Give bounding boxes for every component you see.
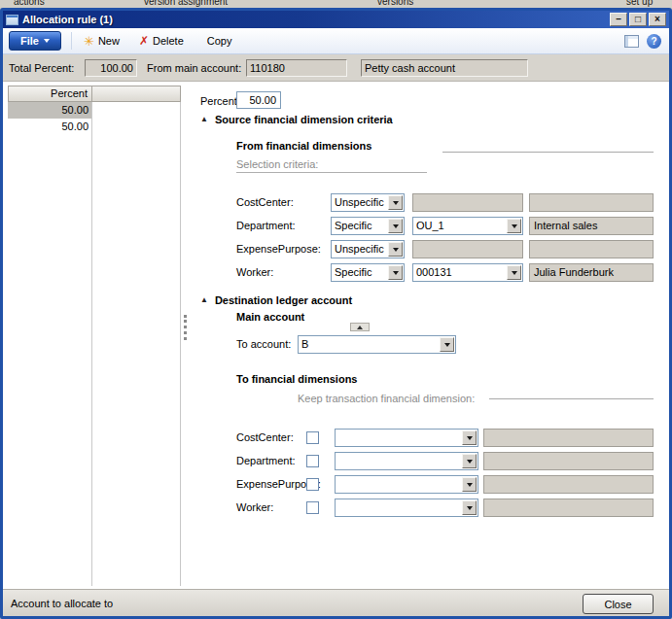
- main-area: Percent 50.00 50.00 Percent: 50.00 ▲ Sou…: [3, 82, 669, 589]
- total-percent-label: Total Percent:: [9, 62, 74, 74]
- keep-transaction-line: [489, 398, 654, 399]
- department-value-combo[interactable]: OU_1: [412, 217, 523, 235]
- file-menu-button[interactable]: File: [9, 31, 61, 51]
- chevron-down-icon: [44, 39, 50, 43]
- dropdown-arrow-icon[interactable]: [462, 454, 477, 468]
- destination-section-header[interactable]: ▲ Destination ledger account: [200, 294, 352, 306]
- dropdown-arrow-icon[interactable]: [388, 219, 403, 233]
- background-text-fragment: set up: [626, 0, 653, 7]
- scroll-up-button[interactable]: [350, 323, 370, 331]
- dropdown-arrow-glyph: [467, 436, 473, 440]
- background-text-fragment: versions: [377, 0, 413, 7]
- dropdown-arrow-glyph: [512, 224, 517, 228]
- dropdown-arrow-glyph: [444, 343, 450, 347]
- to-account-value: B: [301, 338, 439, 350]
- minimize-button[interactable]: –: [610, 13, 627, 26]
- dest-expensepurpose-description-disabled: [483, 475, 654, 494]
- costcenter-mode-select[interactable]: Unspecific: [331, 193, 405, 212]
- dropdown-arrow-icon[interactable]: [388, 265, 403, 280]
- delete-button[interactable]: ✗ Delete: [139, 35, 184, 47]
- collapse-triangle-icon: ▲: [200, 296, 208, 304]
- background-window-strip: actions version assignment versions set …: [0, 0, 672, 8]
- dest-expensepurpose-combo[interactable]: [335, 475, 478, 494]
- toolbar-separator: [71, 32, 72, 50]
- expensepurpose-description-field-disabled: [529, 240, 654, 258]
- dest-department-checkbox[interactable]: [306, 455, 319, 467]
- dest-worker-checkbox[interactable]: [306, 501, 319, 514]
- keep-transaction-label: Keep transaction financial dimension:: [298, 393, 475, 404]
- worker-mode-select[interactable]: Specific: [331, 263, 405, 282]
- status-bar: Account to allocate to Close: [3, 589, 669, 616]
- panel-splitter[interactable]: [184, 315, 187, 340]
- dropdown-arrow-glyph: [467, 506, 473, 510]
- percent-label: Percent:: [200, 95, 240, 107]
- expensepurpose-mode-value: Unspecific: [335, 243, 387, 255]
- dropdown-arrow-icon[interactable]: [440, 337, 454, 352]
- new-label: New: [98, 35, 120, 47]
- dest-costcenter-description-disabled: [483, 429, 654, 447]
- new-icon: ✳: [84, 35, 94, 48]
- costcenter-mode-value: Unspecific: [335, 196, 387, 208]
- grid-row-percent[interactable]: 50.00: [8, 119, 92, 135]
- dropdown-arrow-icon[interactable]: [462, 500, 477, 515]
- close-button[interactable]: Close: [583, 594, 654, 614]
- window-layout-icon[interactable]: [624, 35, 639, 48]
- percent-input[interactable]: 50.00: [236, 91, 281, 109]
- worker-value-combo[interactable]: 000131: [412, 263, 523, 282]
- dest-department-description-disabled: [483, 452, 654, 470]
- help-icon[interactable]: ?: [647, 34, 661, 49]
- source-section-header[interactable]: ▲ Source financial dimension criteria: [200, 114, 393, 125]
- from-main-account-field: 110180: [246, 59, 347, 77]
- dest-worker-combo[interactable]: [335, 499, 478, 517]
- dest-worker-description-disabled: [483, 499, 654, 517]
- close-window-button[interactable]: ×: [649, 13, 666, 26]
- department-mode-value: Specific: [335, 220, 387, 231]
- worker-mode-value: Specific: [335, 266, 387, 278]
- dropdown-arrow-icon[interactable]: [388, 195, 403, 210]
- dest-costcenter-combo[interactable]: [335, 429, 478, 447]
- dest-costcenter-checkbox[interactable]: [306, 431, 319, 444]
- dropdown-arrow-icon[interactable]: [462, 477, 477, 492]
- new-button[interactable]: ✳ New: [84, 35, 120, 48]
- maximize-button[interactable]: □: [629, 13, 647, 26]
- dropdown-arrow-icon[interactable]: [388, 242, 403, 257]
- department-row-label: Department:: [236, 220, 296, 231]
- dropdown-arrow-glyph: [467, 483, 473, 487]
- grid-column-line: [180, 102, 181, 586]
- dropdown-arrow-glyph: [467, 460, 473, 464]
- department-mode-select[interactable]: Specific: [331, 217, 405, 235]
- dropdown-arrow-glyph: [393, 248, 399, 252]
- group-rule-line: [442, 152, 654, 153]
- dest-department-combo[interactable]: [335, 452, 478, 470]
- to-dimensions-heading: To financial dimensions: [236, 373, 357, 385]
- source-section-title: Source financial dimension criteria: [215, 114, 393, 125]
- dropdown-arrow-glyph: [393, 224, 399, 228]
- to-account-label: To account:: [236, 338, 291, 350]
- titlebar[interactable]: Allocation rule (1) – □ ×: [3, 11, 669, 28]
- copy-button[interactable]: Copy: [207, 35, 232, 47]
- costcenter-value-field-disabled: [412, 193, 523, 212]
- selection-criteria-label: Selection criteria:: [236, 158, 318, 170]
- grid-header-percent[interactable]: Percent: [8, 86, 92, 102]
- allocation-rule-window: Allocation rule (1) – □ × File ✳ New ✗ D…: [0, 8, 672, 619]
- grid-row-percent[interactable]: 50.00: [8, 102, 92, 119]
- dropdown-arrow-icon[interactable]: [507, 265, 521, 280]
- dest-costcenter-row-label: CostCenter:: [236, 431, 294, 443]
- window-icon: [6, 15, 18, 25]
- dropdown-arrow-icon[interactable]: [507, 219, 521, 233]
- expensepurpose-mode-select[interactable]: Unspecific: [331, 240, 405, 258]
- dropdown-arrow-glyph: [393, 271, 399, 275]
- file-menu-label: File: [20, 35, 39, 47]
- grid-column-line: [91, 102, 92, 586]
- total-percent-field: 100.00: [85, 59, 137, 77]
- dropdown-arrow-glyph: [512, 271, 517, 275]
- dest-worker-row-label: Worker:: [236, 501, 273, 513]
- grid-header-empty[interactable]: [91, 86, 181, 102]
- dest-expensepurpose-checkbox[interactable]: [306, 478, 319, 491]
- background-text-fragment: version assignment: [144, 0, 228, 7]
- dest-department-row-label: Department:: [236, 455, 296, 466]
- to-account-combo[interactable]: B: [298, 335, 456, 354]
- main-account-name-field: Petty cash account: [361, 59, 528, 77]
- selection-criteria-line: [236, 172, 427, 173]
- dropdown-arrow-icon[interactable]: [462, 430, 477, 445]
